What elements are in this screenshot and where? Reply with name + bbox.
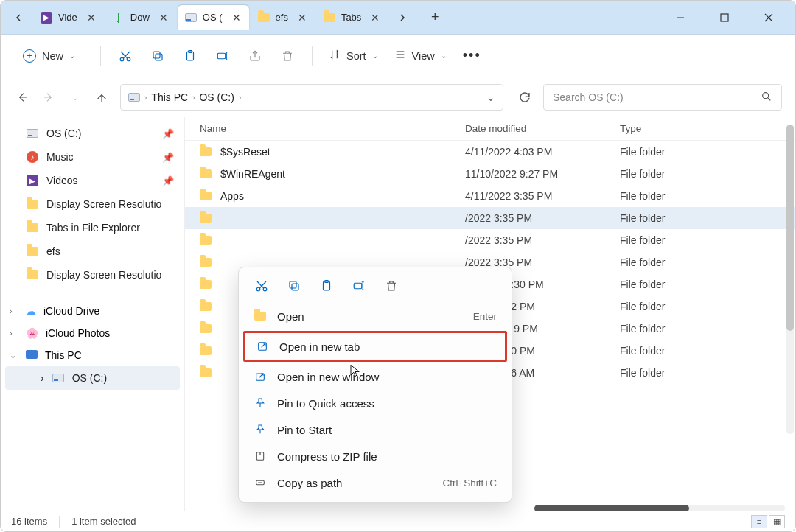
file-row[interactable]: /2022 3:35 PMFile folder bbox=[185, 229, 795, 251]
folder-icon bbox=[26, 245, 39, 258]
cut-icon[interactable] bbox=[117, 48, 133, 64]
refresh-button[interactable] bbox=[517, 89, 533, 105]
chevron-right-icon: › bbox=[239, 94, 241, 102]
context-menu-item[interactable]: Open in new window bbox=[243, 363, 507, 390]
tab[interactable]: Tabs✕ bbox=[316, 5, 388, 30]
sidebar-group[interactable]: ›🌸iCloud Photos bbox=[1, 322, 184, 344]
scrollbar-thumb[interactable] bbox=[534, 505, 689, 511]
context-menu-item[interactable]: Pin to Quick access bbox=[243, 390, 507, 416]
forward-button[interactable] bbox=[41, 89, 57, 105]
sidebar-item[interactable]: efs bbox=[1, 239, 184, 263]
folder-icon bbox=[200, 302, 212, 311]
folder-icon bbox=[200, 192, 212, 200]
sidebar-item-label: OS (C:) bbox=[72, 372, 107, 384]
paste-icon[interactable] bbox=[182, 48, 198, 64]
file-type: File folder bbox=[620, 212, 781, 224]
folder-icon bbox=[200, 324, 212, 333]
expand-icon[interactable]: › bbox=[10, 307, 18, 315]
svg-rect-4 bbox=[156, 54, 162, 60]
delete-icon[interactable] bbox=[383, 278, 399, 294]
search-input[interactable]: Search OS (C:) bbox=[543, 84, 782, 111]
tab[interactable]: OS (✕ bbox=[178, 5, 249, 30]
more-button[interactable]: ••• bbox=[463, 48, 481, 63]
menu-item-label: Open bbox=[277, 310, 304, 323]
breadcrumb-item[interactable]: This PC bbox=[151, 91, 188, 103]
tab-scroll-left[interactable] bbox=[11, 10, 26, 25]
sidebar-item[interactable]: Display Screen Resolutio bbox=[1, 263, 184, 287]
sidebar-item[interactable]: ♪Music📌 bbox=[1, 145, 184, 169]
close-window-button[interactable] bbox=[755, 7, 782, 29]
tab-scroll-right[interactable] bbox=[395, 10, 410, 25]
sidebar-item-label: Display Screen Resolutio bbox=[46, 198, 161, 210]
close-tab-icon[interactable]: ✕ bbox=[297, 13, 307, 23]
close-tab-icon[interactable]: ✕ bbox=[370, 13, 380, 23]
file-row[interactable]: Apps4/11/2022 3:35 PMFile folder bbox=[185, 185, 795, 207]
cut-icon[interactable] bbox=[254, 278, 270, 294]
thumbnails-view-icon[interactable]: ▦ bbox=[769, 515, 785, 528]
tab-label: OS ( bbox=[203, 12, 223, 23]
context-menu-item[interactable]: OpenEnter bbox=[243, 303, 507, 329]
sidebar-item[interactable]: OS (C:)📌 bbox=[1, 122, 184, 145]
close-tab-icon[interactable]: ✕ bbox=[86, 13, 97, 23]
sidebar-item[interactable]: ▶Videos📌 bbox=[1, 169, 184, 192]
expand-icon[interactable]: ⌄ bbox=[10, 351, 18, 360]
pin-icon bbox=[254, 396, 267, 410]
column-type[interactable]: Type bbox=[620, 123, 781, 134]
sidebar-item-label: efs bbox=[46, 245, 60, 257]
vertical-scrollbar[interactable] bbox=[786, 125, 794, 434]
new-button[interactable]: + New ⌄ bbox=[14, 45, 84, 67]
column-date[interactable]: Date modified bbox=[465, 123, 620, 134]
tab[interactable]: efs✕ bbox=[251, 5, 315, 30]
context-menu-item[interactable]: Open in new tab bbox=[243, 331, 507, 362]
address-bar[interactable]: › This PC › OS (C:) › ⌄ bbox=[120, 84, 503, 111]
recent-dropdown[interactable]: ⌄ bbox=[67, 89, 83, 105]
tab-strip: ▶Vide✕⭣Dow✕OS (✕efs✕Tabs✕ + bbox=[1, 1, 795, 35]
share-icon[interactable] bbox=[247, 48, 263, 64]
back-button[interactable] bbox=[14, 89, 30, 105]
rename-icon[interactable] bbox=[351, 278, 367, 294]
details-view-icon[interactable]: ≡ bbox=[751, 515, 767, 528]
breadcrumb-item[interactable]: OS (C:) bbox=[199, 91, 234, 103]
separator bbox=[312, 46, 313, 66]
sidebar-item-label: iCloud Photos bbox=[46, 327, 110, 339]
command-bar: + New ⌄ Sort ⌄ View ⌄ ••• bbox=[1, 35, 795, 77]
paste-icon[interactable] bbox=[318, 278, 335, 294]
delete-icon[interactable] bbox=[279, 48, 296, 64]
tab[interactable]: ▶Vide✕ bbox=[33, 5, 104, 30]
address-dropdown[interactable]: ⌄ bbox=[486, 91, 495, 103]
view-button[interactable]: View ⌄ bbox=[394, 49, 447, 63]
file-row[interactable]: /2022 3:35 PMFile folder bbox=[185, 207, 795, 229]
copy-icon[interactable] bbox=[286, 278, 302, 294]
chevron-down-icon: ⌄ bbox=[441, 52, 447, 60]
close-tab-icon[interactable]: ✕ bbox=[158, 13, 169, 23]
minimize-button[interactable] bbox=[667, 7, 694, 29]
scrollbar-thumb[interactable] bbox=[786, 125, 794, 331]
sidebar-group[interactable]: ⌄This PC bbox=[1, 344, 184, 366]
file-row[interactable]: $WinREAgent11/10/2022 9:27 PMFile folder bbox=[185, 163, 795, 185]
up-button[interactable] bbox=[94, 89, 110, 105]
expand-icon[interactable]: › bbox=[10, 329, 18, 337]
sidebar-group[interactable]: ›☁iCloud Drive bbox=[1, 300, 184, 322]
copy-icon[interactable] bbox=[150, 48, 166, 64]
horizontal-scrollbar[interactable] bbox=[534, 505, 785, 511]
tab[interactable]: ⭣Dow✕ bbox=[105, 5, 176, 30]
context-menu-item[interactable]: Pin to Start bbox=[243, 416, 507, 443]
context-menu-item[interactable]: Compress to ZIP file bbox=[243, 443, 507, 469]
sort-button[interactable]: Sort ⌄ bbox=[329, 49, 378, 63]
list-icon bbox=[394, 49, 406, 63]
file-type: File folder bbox=[620, 279, 781, 290]
maximize-button[interactable] bbox=[711, 7, 738, 29]
sidebar-item[interactable]: Display Screen Resolutio bbox=[1, 192, 184, 216]
sidebar-item[interactable]: ›OS (C:) bbox=[5, 366, 180, 390]
sidebar-item[interactable]: Tabs in File Explorer bbox=[1, 216, 184, 239]
file-row[interactable]: $SysReset4/11/2022 4:03 PMFile folder bbox=[185, 141, 795, 163]
close-tab-icon[interactable]: ✕ bbox=[231, 13, 242, 23]
column-name[interactable]: Name bbox=[200, 123, 465, 134]
new-tab-button[interactable]: + bbox=[423, 6, 447, 29]
context-menu-item[interactable]: Copy as pathCtrl+Shift+C bbox=[243, 469, 507, 496]
folder-icon bbox=[200, 147, 212, 156]
chevron-down-icon: ⌄ bbox=[372, 52, 378, 60]
file-name: Apps bbox=[220, 190, 244, 202]
file-type: File folder bbox=[620, 367, 781, 379]
rename-icon[interactable] bbox=[214, 48, 231, 64]
